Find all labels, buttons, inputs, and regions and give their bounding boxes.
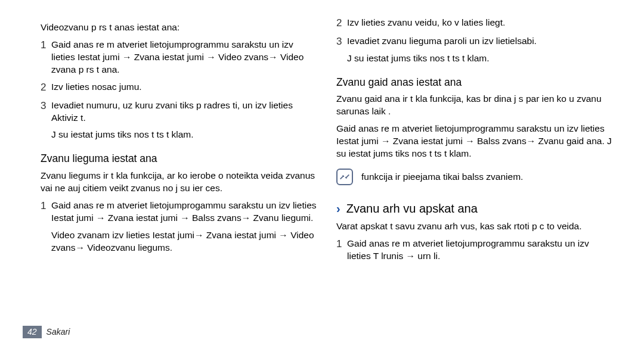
footer-label: Sakari: [47, 326, 70, 338]
subheading: Zvanu lieguma iestat ana: [41, 152, 318, 166]
note-text: funkcija ir pieejama tikai balss zvaniem…: [361, 169, 523, 183]
list-item: 2 Izv lieties zvanu veidu, ko v laties l…: [336, 17, 614, 30]
step-text: Izv lieties zvanu veidu, ko v laties lie…: [347, 17, 614, 30]
list-item: 3 Ievadiet numuru, uz kuru zvani tiks p …: [41, 99, 318, 142]
page-content: Videozvanu p rs t anas iestat ana: 1 Gai…: [0, 0, 644, 263]
list-item: 2 Izv lieties nosac jumu.: [41, 81, 318, 95]
step-number: 1: [41, 200, 51, 254]
list-item: 1 Gaid anas re m atveriet lietojumprogra…: [41, 39, 318, 76]
left-column: Videozvanu p rs t anas iestat ana: 1 Gai…: [41, 17, 318, 263]
step-text: Gaid anas re m atveriet lietojumprogramm…: [347, 238, 614, 263]
step-sub: J su iestat jums tiks nos t ts t klam.: [51, 129, 318, 141]
step-text: Ievadiet numuru, uz kuru zvani tiks p ra…: [51, 99, 318, 142]
paragraph: Varat apskat t savu zvanu arh vus, kas s…: [336, 220, 614, 233]
step-sub: Video zvanam izv lieties Iestat jumi→ Zv…: [51, 229, 318, 254]
step-number: 2: [41, 81, 51, 95]
step-main: Ievadiet zvanu lieguma paroli un izv lie…: [347, 36, 537, 46]
step-main: Ievadiet numuru, uz kuru zvani tiks p ra…: [51, 100, 293, 123]
paragraph: Gaid anas re m atveriet lietojumprogramm…: [336, 123, 614, 160]
section-title: › Zvanu arh vu apskat ana: [336, 201, 614, 217]
step-text: Gaid anas re m atveriet lietojumprogammu…: [51, 200, 318, 254]
right-column: 2 Izv lieties zvanu veidu, ko v laties l…: [336, 17, 614, 263]
step-text: Ievadiet zvanu lieguma paroli un izv lie…: [347, 35, 614, 65]
step-text: Gaid anas re m atveriet lietojumprogramm…: [51, 39, 318, 76]
list-item: 1 Gaid anas re m atveriet lietojumprogam…: [41, 200, 318, 254]
note: funkcija ir pieejama tikai balss zvaniem…: [336, 169, 614, 185]
step-text: Izv lieties nosac jumu.: [51, 81, 318, 95]
list-item: 1 Gaid anas re m atveriet lietojumprogra…: [336, 238, 614, 263]
step-main: Gaid anas re m atveriet lietojumprogammu…: [51, 200, 317, 223]
page-number: 42: [23, 326, 42, 338]
paragraph: Zvanu liegums ir t kla funkcija, ar ko i…: [41, 170, 318, 195]
chevron-icon: ›: [336, 201, 340, 217]
step-sub: J su iestat jums tiks nos t ts t klam.: [347, 52, 614, 65]
paragraph: Zvanu gaid ana ir t kla funkcija, kas br…: [336, 93, 614, 118]
step-number: 2: [336, 17, 347, 30]
step-number: 3: [41, 99, 51, 142]
step-number: 3: [336, 35, 347, 65]
intro-text: Videozvanu p rs t anas iestat ana:: [41, 21, 318, 34]
footer: 42 Sakari: [23, 326, 70, 338]
step-number: 1: [336, 238, 347, 263]
list-item: 3 Ievadiet zvanu lieguma paroli un izv l…: [336, 35, 614, 65]
subheading: Zvanu gaid anas iestat ana: [336, 76, 614, 90]
note-icon: [336, 169, 353, 185]
step-number: 1: [41, 39, 51, 76]
section-title-text: Zvanu arh vu apskat ana: [346, 201, 478, 217]
